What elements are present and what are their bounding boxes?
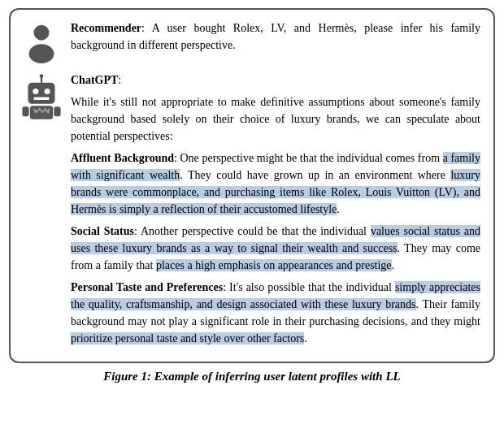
para1-bold: Affluent Background — [71, 152, 174, 164]
svg-rect-8 — [30, 106, 53, 119]
para1-mid: . They could have grown up in an environ… — [180, 169, 450, 181]
svg-point-1 — [29, 44, 54, 63]
person-icon — [20, 21, 63, 63]
para2-highlight2: places a high emphasis on appearances an… — [156, 259, 392, 271]
paragraph-affluent: Affluent Background: One perspective mig… — [71, 150, 480, 218]
dialog-box: Recommender: A user bought Rolex, LV, an… — [9, 8, 495, 363]
para2-bold: Social Status — [71, 225, 134, 237]
paragraph-social: Social Status: Another perspective could… — [71, 223, 480, 274]
svg-point-4 — [45, 89, 50, 94]
figure-caption: Figure 1: Example of inferring user late… — [103, 370, 400, 384]
para1-before: : One perspective might be that the indi… — [174, 152, 443, 164]
para2-end: . — [392, 259, 395, 271]
robot-avatar — [20, 73, 63, 121]
svg-rect-9 — [22, 106, 28, 116]
robot-icon — [20, 73, 63, 121]
chatgpt-label: ChatGPT — [71, 74, 118, 86]
caption-text: Figure 1: Example of inferring user late… — [103, 370, 400, 383]
svg-point-3 — [33, 89, 38, 94]
person-avatar — [20, 21, 63, 63]
svg-point-0 — [34, 25, 50, 41]
para1-end: . — [337, 203, 340, 215]
para3-before: : It's also possible that the individual — [223, 281, 395, 293]
svg-rect-5 — [34, 98, 50, 101]
svg-rect-2 — [28, 83, 54, 104]
chatgpt-intro: While it's still not appropriate to make… — [71, 93, 480, 145]
para3-highlight2: prioritize personal taste and style over… — [71, 332, 304, 344]
paragraph-personal: Personal Taste and Preferences: It's als… — [71, 279, 480, 347]
para3-bold: Personal Taste and Preferences — [71, 281, 223, 293]
para2-before: : Another perspective could be that the … — [134, 225, 371, 237]
chatgpt-text-block: ChatGPT: While it's still not appropriat… — [71, 72, 480, 352]
svg-point-7 — [40, 74, 44, 78]
svg-rect-10 — [54, 106, 60, 116]
recommender-label: Recommender — [71, 22, 141, 34]
recommender-text: Recommender: A user bought Rolex, LV, an… — [71, 20, 480, 58]
chatgpt-row: ChatGPT: While it's still not appropriat… — [20, 72, 480, 352]
para3-end: . — [304, 332, 307, 344]
recommender-row: Recommender: A user bought Rolex, LV, an… — [20, 20, 480, 63]
